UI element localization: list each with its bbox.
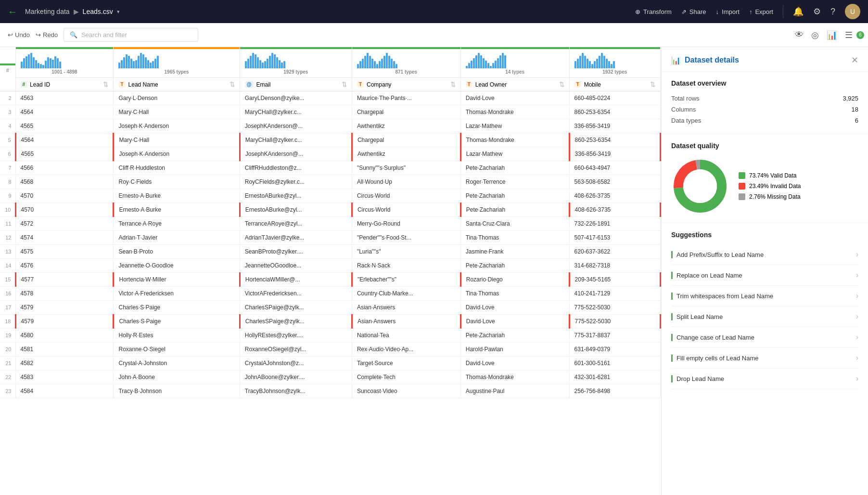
lead-owner-cell: David·Love: [460, 315, 569, 329]
table-row[interactable]: 14 4576 Jeannette·O·Goodloe JeannetteOGo…: [0, 259, 661, 273]
table-row[interactable]: 5 4564 Mary·C·Hall MaryCHall@zylker.c...…: [0, 133, 661, 147]
toolbar-icons: 👁 ◎ 📊 ☰ 6: [795, 30, 860, 40]
table-row[interactable]: 17 4579 Charles·S·Paige CharlesSPaige@zy…: [0, 301, 661, 315]
suggestion-item[interactable]: Drop Lead Name ›: [671, 368, 858, 389]
col-header-lead-owner[interactable]: 14 types T Lead Owner ⇅: [460, 47, 569, 91]
col-header-lead-id[interactable]: 1001 - 4898 # Lead ID ⇅: [15, 47, 114, 91]
company-cell: All·Wound·Up: [352, 175, 460, 189]
transform-icon: ⊕: [635, 8, 640, 15]
table-row[interactable]: 3 4564 Mary·C·Hall MaryCHall@zylker.c...…: [0, 105, 661, 119]
email-cell: ErnestoABurke@zyl...: [240, 189, 352, 203]
table-row[interactable]: 22 4583 John·A·Boone JohnABoone@zylker..…: [0, 370, 661, 384]
target-icon[interactable]: ◎: [811, 30, 819, 40]
row-number: 3: [0, 105, 15, 119]
lead-id-cell: 4581: [15, 343, 114, 356]
lead-name-cell: Gary·L·Denson: [114, 91, 240, 105]
lead-owner-cell: Roger·Terrence: [460, 175, 569, 189]
table-row[interactable]: 8 4568 Roy·C·Fields RoyCFields@zylker.c.…: [0, 175, 661, 189]
mobile-sort[interactable]: ⇅: [650, 81, 655, 88]
table-row[interactable]: 2 4563 Gary·L·Denson GaryLDenson@zyike..…: [0, 91, 661, 105]
table-row[interactable]: 13 4575 Sean·B·Proto SeanBProto@zylker..…: [0, 245, 661, 259]
back-icon[interactable]: ←: [8, 6, 17, 17]
export-button[interactable]: ↑ Export: [749, 8, 773, 15]
eye-icon[interactable]: 👁: [795, 30, 804, 40]
mobile-cell: 209-345-5165: [569, 273, 660, 287]
lead-id-cell: 4568: [15, 175, 114, 189]
chart-icon[interactable]: 📊: [827, 30, 837, 40]
table-row[interactable]: 10 4570 Ernesto·A·Burke ErnestoABurke@zy…: [0, 203, 661, 217]
company-sort[interactable]: ⇅: [450, 81, 456, 88]
email-type: @: [245, 81, 254, 88]
data-table: # 1001 - 4898 # Lead ID ⇅: [0, 47, 661, 398]
lead-owner-cell: David·Love: [460, 356, 569, 370]
donut-legend: 73.74% Valid Data 23.49% Invalid Data 2.…: [739, 172, 801, 200]
file-dropdown-icon[interactable]: ▾: [117, 9, 120, 15]
suggestion-item[interactable]: Add Prefix/Suffix to Lead Name ›: [671, 244, 858, 265]
col-header-email[interactable]: 1929 types @ Email ⇅: [240, 47, 352, 91]
suggestion-item[interactable]: Fill empty cells of Lead Name ›: [671, 348, 858, 368]
table-row[interactable]: 12 4574 Adrian·T·Javier AdrianTJavier@zy…: [0, 231, 661, 245]
row-number: 22: [0, 370, 15, 384]
suggestion-item[interactable]: Change case of Lead Name ›: [671, 327, 858, 348]
project-name[interactable]: Marketing data: [25, 8, 70, 15]
col-header-lead-name[interactable]: 1965 types T Lead Name ⇅: [114, 47, 240, 91]
lead-name-sort[interactable]: ⇅: [230, 81, 235, 88]
lead-id-type: #: [21, 81, 27, 88]
table-row[interactable]: 16 4578 Victor·A·Fredericksen VictorAFre…: [0, 287, 661, 301]
export-icon: ↑: [749, 8, 753, 15]
suggestion-item[interactable]: Trim whitespaces from Lead Name ›: [671, 286, 858, 306]
nav-actions: ⊕ Transform ⇗ Share ↓ Import ↑ Export 🔔 …: [635, 4, 860, 19]
close-button[interactable]: ✕: [851, 55, 858, 65]
search-box[interactable]: 🔍 Search and filter: [64, 28, 198, 42]
lead-id-sort[interactable]: ⇅: [103, 81, 108, 88]
lead-owner-sort[interactable]: ⇅: [559, 81, 564, 88]
table-row[interactable]: 7 4566 Cliff·R·Huddleston CliffRHuddlest…: [0, 161, 661, 175]
redo-button[interactable]: ↪ Redo: [36, 31, 58, 38]
table-row[interactable]: 18 4579 Charles·S·Paige CharlesSPaige@zy…: [0, 315, 661, 329]
table-row[interactable]: 4 4565 Joseph·K·Anderson JosephKAnderson…: [0, 119, 661, 133]
email-cell: SeanBProto@zylker....: [240, 245, 352, 259]
table-row[interactable]: 23 4584 Tracy·B·Johnson TracyBJohnson@zy…: [0, 384, 661, 398]
table-row[interactable]: 9 4570 Ernesto·A·Burke ErnestoABurke@zyl…: [0, 189, 661, 203]
row-number: 19: [0, 329, 15, 343]
share-button[interactable]: ⇗ Share: [681, 8, 706, 15]
suggestion-item[interactable]: Split Lead Name ›: [671, 306, 858, 327]
table-row[interactable]: 11 4572 Terrance·A·Roye TerranceARoye@zy…: [0, 217, 661, 231]
email-cell: TracyBJohnson@zylk...: [240, 384, 352, 398]
lead-id-label: Lead ID: [30, 81, 50, 88]
table-row[interactable]: 20 4581 Roxanne·O·Siegel RoxanneOSiegel@…: [0, 343, 661, 356]
col-header-company[interactable]: 871 types T Company ⇅: [352, 47, 460, 91]
import-button[interactable]: ↓ Import: [716, 8, 740, 15]
suggestion-label: Add Prefix/Suffix to Lead Name: [671, 251, 764, 258]
table-row[interactable]: 15 4577 Hortencia·W·Miller HortenciaWMil…: [0, 273, 661, 287]
email-cell: JosephKAnderson@...: [240, 119, 352, 133]
lead-owner-cell: Pete·Zachariah: [460, 189, 569, 203]
lead-name-cell: Roy·C·Fields: [114, 175, 240, 189]
table-row[interactable]: 6 4565 Joseph·K·Anderson JosephKAnderson…: [0, 147, 661, 161]
table-row[interactable]: 21 4582 Crystal·A·Johnston CrystalAJohns…: [0, 356, 661, 370]
list-icon[interactable]: ☰: [845, 30, 853, 40]
table-area[interactable]: # 1001 - 4898 # Lead ID ⇅: [0, 47, 661, 495]
undo-button[interactable]: ↩ Undo: [8, 31, 30, 38]
help-icon[interactable]: ?: [830, 7, 835, 17]
notification-icon[interactable]: 🔔: [793, 6, 804, 17]
lead-id-cell: 4564: [15, 133, 114, 147]
file-name[interactable]: Leads.csv: [83, 8, 113, 15]
suggestions-section: Suggestions Add Prefix/Suffix to Lead Na…: [662, 223, 868, 397]
row-number: 17: [0, 301, 15, 315]
company-cell: Rex·Audio·Video·Ap...: [352, 343, 460, 356]
suggestion-item[interactable]: Replace on Lead Name ›: [671, 265, 858, 286]
mobile-cell: 408-626-3735: [569, 189, 660, 203]
col-header-mobile[interactable]: 1932 types T Mobile ⇅: [569, 47, 660, 91]
lead-owner-cell: David·Love: [460, 301, 569, 315]
table-row[interactable]: 19 4580 Holly·R·Estes HollyREstes@zylker…: [0, 329, 661, 343]
email-cell: AdrianTJavier@zylke...: [240, 231, 352, 245]
company-cell: Complete·Tech: [352, 370, 460, 384]
lead-name-cell: Crystal·A·Johnston: [114, 356, 240, 370]
redo-icon: ↪: [36, 31, 41, 38]
company-cell: "Sunny""s·Surplus": [352, 161, 460, 175]
settings-icon[interactable]: ⚙: [813, 6, 821, 17]
transform-button[interactable]: ⊕ Transform: [635, 8, 672, 15]
email-sort[interactable]: ⇅: [342, 81, 347, 88]
avatar[interactable]: U: [845, 4, 860, 19]
